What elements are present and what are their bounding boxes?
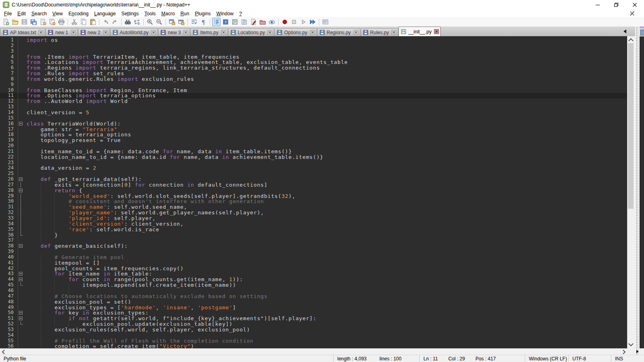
tab-regions-py[interactable]: Regions.py [317, 28, 360, 36]
code-line[interactable]: 34 'client_version': client_version, [0, 221, 627, 227]
code-line[interactable]: 12from ..AutoWorld import World [0, 99, 627, 104]
line-number[interactable]: 31 [0, 204, 18, 210]
menu-tools[interactable]: Tools [142, 11, 159, 16]
line-number[interactable]: 20 [0, 143, 18, 149]
save-all-icon[interactable] [29, 18, 38, 26]
second-view-tab[interactable] [640, 27, 644, 36]
code-line[interactable]: 38 def generate_basic(self): [0, 243, 627, 249]
line-number[interactable]: 11 [0, 93, 18, 99]
close-document-x-icon[interactable] [629, 10, 635, 16]
line-number[interactable]: 8 [0, 76, 18, 82]
scroll-down-button[interactable] [627, 341, 634, 348]
code-line[interactable]: 51 if not getattr(self.world, f"include_… [0, 316, 627, 321]
line-number[interactable]: 46 [0, 288, 18, 294]
doc-switcher-icon[interactable] [240, 18, 248, 26]
code-line[interactable]: 16class TerrariaWorld(World): [0, 121, 627, 127]
close-icon[interactable] [39, 18, 47, 26]
vertical-scrollbar[interactable] [627, 36, 634, 348]
code-line[interactable]: 13 [0, 104, 627, 110]
line-number[interactable]: 3 [0, 49, 18, 54]
code-line[interactable]: 53 exclusion_rules(self.world, self.play… [0, 327, 627, 333]
tab-close-icon[interactable] [151, 30, 156, 35]
line-number[interactable]: 32 [0, 210, 18, 216]
line-number[interactable]: 49 [0, 305, 18, 311]
undo-icon[interactable] [101, 18, 110, 26]
status-encoding[interactable]: UTF-8 [568, 355, 611, 362]
tab-ap-ideas-txt[interactable]: AP Ideas.txt [0, 28, 45, 36]
code-line[interactable]: 18 options = terraria_options [0, 132, 627, 138]
fold-collapse-icon[interactable] [18, 277, 23, 282]
code-line[interactable]: 2 [0, 43, 627, 49]
code-line[interactable]: 33 'player_id': self.player, [0, 216, 627, 221]
line-number[interactable]: 55 [0, 338, 18, 344]
code-line[interactable]: 31 'seed_name': self.world.seed_name, [0, 204, 627, 210]
code-editor[interactable]: 1import os234from .Items import Terraria… [0, 36, 627, 348]
tab-new-2[interactable]: new 2 [78, 28, 110, 36]
find-icon[interactable] [124, 18, 132, 26]
zoom-out-icon[interactable] [155, 18, 163, 26]
menu-search[interactable]: Search [29, 11, 50, 16]
line-number[interactable]: 14 [0, 110, 18, 115]
line-number[interactable]: 6 [0, 65, 18, 71]
code-line[interactable]: 17 game: str = "Terraria" [0, 127, 627, 132]
tab-init-py[interactable]: __init__.py [398, 27, 441, 36]
code-line[interactable]: 15 [0, 115, 627, 121]
line-number[interactable]: 13 [0, 104, 18, 110]
restore-button[interactable] [607, 0, 625, 10]
code-line[interactable]: 50 for key in exclusion_types: [0, 310, 627, 316]
code-line[interactable]: 56 completion = self.create_item("Victor… [0, 343, 627, 348]
line-number[interactable]: 24 [0, 165, 18, 171]
code-line[interactable]: 28 return { [0, 188, 627, 193]
code-line[interactable]: 32 'player_name': self.world.get_player_… [0, 210, 627, 216]
line-number[interactable]: 29 [0, 193, 18, 199]
sync-h-icon[interactable] [177, 18, 186, 26]
code-line[interactable]: 11from .Options import terraria_options [0, 93, 627, 99]
monitoring-icon[interactable] [268, 18, 276, 26]
code-line[interactable]: 3 [0, 49, 627, 54]
line-number[interactable]: 51 [0, 316, 18, 321]
line-number[interactable]: 4 [0, 54, 18, 60]
code-line[interactable]: 23 [0, 160, 627, 166]
line-number[interactable]: 36 [0, 232, 18, 238]
code-line[interactable]: 25 [0, 171, 627, 177]
tab-new-3[interactable]: new 3 [158, 28, 190, 36]
fold-collapse-icon[interactable] [18, 243, 23, 249]
tab-new-1[interactable]: new 1 [45, 28, 77, 36]
code-line[interactable]: 48 exclusion_pool = set() [0, 299, 627, 305]
macro-run-multiple-icon[interactable] [308, 18, 317, 26]
tab-close-icon[interactable] [38, 30, 43, 35]
tab-close-icon[interactable] [183, 30, 188, 35]
scroll-left-button[interactable] [0, 349, 7, 355]
macro-trim-icon[interactable] [321, 18, 330, 26]
line-number[interactable]: 40 [0, 255, 18, 260]
line-number[interactable]: 38 [0, 243, 18, 249]
fold-collapse-icon[interactable] [18, 316, 23, 321]
line-number[interactable]: 23 [0, 160, 18, 166]
print-icon[interactable] [57, 18, 66, 26]
copy-icon[interactable] [79, 18, 88, 26]
paste-icon[interactable] [89, 18, 97, 26]
tab-close-icon[interactable] [391, 30, 396, 35]
redo-icon[interactable] [111, 18, 119, 26]
code-line[interactable]: 24 data_version = 2 [0, 165, 627, 171]
line-number[interactable]: 53 [0, 327, 18, 333]
line-number[interactable]: 35 [0, 227, 18, 232]
code-line[interactable]: 4from .Items import TerrariaItem, item_t… [0, 54, 627, 60]
line-number[interactable]: 41 [0, 260, 18, 266]
menu-view[interactable]: View [50, 11, 66, 16]
code-line[interactable]: 47 # Choose locations to automatically e… [0, 294, 627, 299]
horizontal-scrollbar[interactable] [0, 348, 627, 355]
line-number[interactable]: 22 [0, 154, 18, 160]
menu-settings[interactable]: Settings [118, 11, 141, 16]
code-line[interactable]: 46 [0, 288, 627, 294]
line-number[interactable]: 21 [0, 149, 18, 154]
view-splitter[interactable] [635, 27, 639, 355]
line-number[interactable]: 34 [0, 221, 18, 227]
code-line[interactable]: 9 [0, 82, 627, 88]
line-number[interactable]: 17 [0, 127, 18, 132]
tab-autoworld-py[interactable]: AutoWorld.py [110, 28, 158, 36]
menu-language[interactable]: Language [91, 11, 118, 16]
tab-close-icon[interactable] [434, 29, 439, 34]
line-number[interactable]: 54 [0, 333, 18, 338]
code-line[interactable]: 7from .Rules import set_rules [0, 71, 627, 76]
